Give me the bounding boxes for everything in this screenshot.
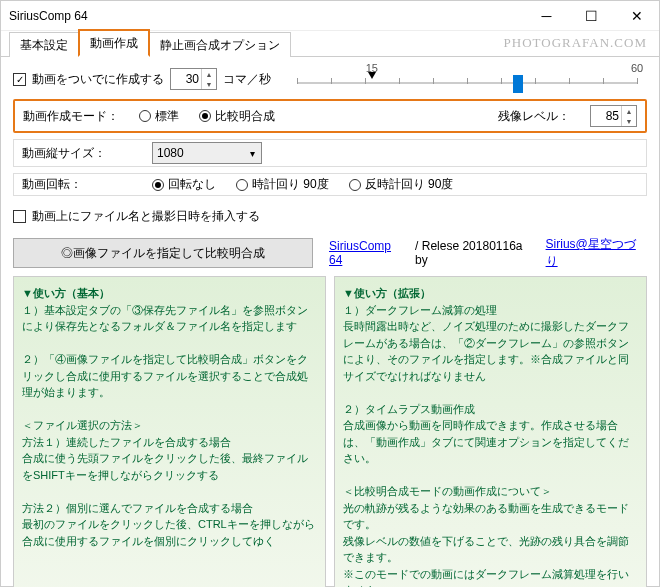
help-panel-left: ▼使い方（基本） １）基本設定タブの「③保存先ファイル名」を参照ボタンにより保存… bbox=[13, 276, 326, 587]
mode-radio-std[interactable] bbox=[139, 110, 151, 122]
rot-radio-ccw[interactable] bbox=[349, 179, 361, 191]
down-arrow-icon[interactable]: ▼ bbox=[202, 79, 216, 89]
fps-unit: コマ／秒 bbox=[223, 71, 271, 88]
app-window: SiriusComp 64 ─ ☐ ✕ 基本設定 動画作成 静止画合成オプション… bbox=[0, 0, 660, 587]
tab-basic[interactable]: 基本設定 bbox=[9, 32, 79, 57]
mode-radio-comp[interactable] bbox=[199, 110, 211, 122]
help-panel-right: ▼使い方（拡張） １）ダークフレーム減算の処理 長時間露出時など、ノイズ処理のた… bbox=[334, 276, 647, 587]
rotation-row: 動画回転： 回転なし 時計回り 90度 反時計回り 90度 bbox=[13, 173, 647, 196]
rot-radio-none[interactable] bbox=[152, 179, 164, 191]
make-video-checkbox[interactable]: ✓ bbox=[13, 73, 26, 86]
slider-thumb[interactable] bbox=[513, 75, 523, 93]
mode-label: 動画作成モード： bbox=[23, 108, 119, 125]
maximize-button[interactable]: ☐ bbox=[569, 1, 614, 30]
link-siriuscomp[interactable]: SiriusComp 64 bbox=[329, 239, 407, 267]
fps-input[interactable] bbox=[171, 69, 201, 89]
mode-row: 動画作成モード： 標準 比較明合成 残像レベル： ▲▼ bbox=[13, 99, 647, 133]
fps-spinner[interactable]: ▲▼ bbox=[170, 68, 217, 90]
titlebar: SiriusComp 64 ─ ☐ ✕ bbox=[1, 1, 659, 31]
afterimage-input[interactable] bbox=[591, 106, 621, 126]
release-text: / Relese 20180116a by bbox=[415, 239, 538, 267]
up-arrow-icon[interactable]: ▲ bbox=[202, 69, 216, 79]
make-video-label: 動画をついでに作成する bbox=[32, 71, 164, 88]
fps-slider[interactable]: 15 60 bbox=[297, 64, 637, 94]
close-button[interactable]: ✕ bbox=[614, 1, 659, 30]
size-label: 動画縦サイズ： bbox=[22, 145, 132, 162]
insert-info-label: 動画上にファイル名と撮影日時を挿入する bbox=[32, 208, 260, 225]
rotation-label: 動画回転： bbox=[22, 176, 132, 193]
tab-video[interactable]: 動画作成 bbox=[78, 29, 150, 57]
link-author[interactable]: Sirius@星空つづり bbox=[546, 236, 647, 270]
tab-composite-options[interactable]: 静止画合成オプション bbox=[149, 32, 291, 57]
insert-info-checkbox[interactable] bbox=[13, 210, 26, 223]
rot-radio-cw[interactable] bbox=[236, 179, 248, 191]
select-files-button[interactable]: ◎画像ファイルを指定して比較明合成 bbox=[13, 238, 313, 268]
minimize-button[interactable]: ─ bbox=[524, 1, 569, 30]
afterimage-spinner[interactable]: ▲▼ bbox=[590, 105, 637, 127]
afterimage-label: 残像レベル： bbox=[498, 108, 570, 125]
slider-marker-icon bbox=[368, 72, 376, 79]
watermark: PHOTOGRAFAN.COM bbox=[504, 35, 647, 51]
window-title: SiriusComp 64 bbox=[9, 9, 524, 23]
tab-bar: 基本設定 動画作成 静止画合成オプション PHOTOGRAFAN.COM bbox=[1, 31, 659, 57]
size-dropdown[interactable]: 1080 bbox=[152, 142, 262, 164]
size-row: 動画縦サイズ： 1080 bbox=[13, 139, 647, 167]
